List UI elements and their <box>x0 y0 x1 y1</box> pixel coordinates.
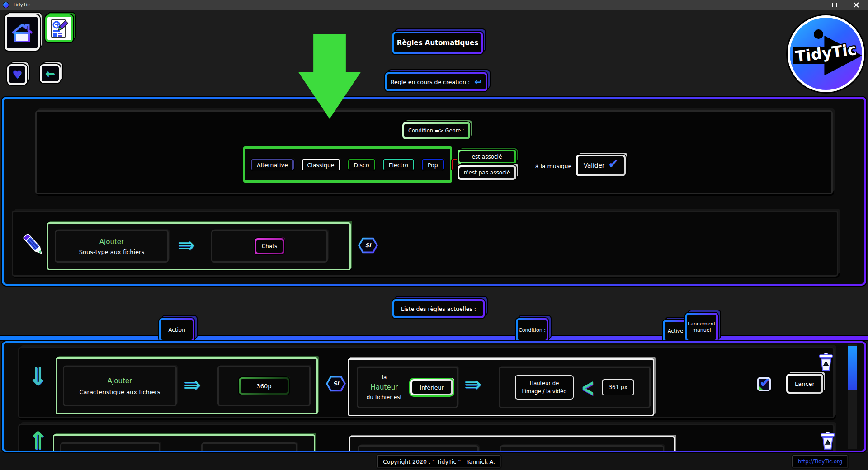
titlebar: TidyTic <box>0 0 868 10</box>
move-up-icon[interactable]: ⇑ <box>28 429 48 451</box>
rule1-launch-button[interactable]: Lancer <box>786 374 823 394</box>
rule1-operator-button[interactable]: Inférieur <box>410 379 453 395</box>
rule1-value-box: 360p <box>217 366 311 406</box>
back-button[interactable]: ← <box>40 64 61 83</box>
check-icon: ✔ <box>608 157 618 171</box>
validate-button[interactable]: Valider ✔ <box>576 155 626 176</box>
window-title: TidyTic <box>13 2 30 8</box>
heart-icon: ♥ <box>12 69 22 80</box>
genre-button-electro[interactable]: Electro <box>383 159 414 170</box>
rule2-condition-box <box>358 445 479 451</box>
rule2-delete-trash-icon[interactable] <box>821 432 835 450</box>
genre-button-pop[interactable]: Pop <box>422 159 444 170</box>
rule2-condition-group <box>349 436 675 451</box>
app-icon <box>3 2 9 8</box>
rule1-delete-trash-icon[interactable] <box>819 353 833 371</box>
site-link[interactable]: http://TidyTic.org <box>798 458 842 465</box>
rule1-threshold-field[interactable]: 361 px <box>602 379 634 395</box>
rules-list-title-box: Liste des règles actuelles : <box>392 299 485 318</box>
creation-value-box: Chats <box>211 230 328 263</box>
rules-list-title: Liste des règles actuelles : <box>394 301 483 316</box>
rule1-si-badge: SI <box>326 376 346 392</box>
rule1-condition-group: la Hauteur du fichier est Inférieur ⇛ Ha… <box>348 358 654 416</box>
home-button[interactable] <box>5 14 40 51</box>
header-action: Action <box>159 318 194 342</box>
creation-action-box[interactable]: Ajouter Sous-type aux fichiers <box>55 230 169 263</box>
creation-value-button[interactable]: Chats <box>255 238 284 254</box>
rules-list-container: ⇓ Ajouter Caractéristique aux fichiers ⇛… <box>2 341 866 452</box>
site-link-box[interactable]: http://TidyTic.org <box>792 455 848 468</box>
rule-row: ⇑ <box>18 424 835 451</box>
logo-eye <box>814 29 823 39</box>
rule1-condition-box: la Hauteur du fichier est Inférieur <box>357 367 458 408</box>
move-down-icon[interactable]: ⇓ <box>28 365 48 389</box>
rule2-action-group <box>53 434 315 451</box>
header-gradient-bar <box>0 335 868 341</box>
rule1-target-field[interactable]: Hauteur de l'image / la vidéo <box>515 375 574 400</box>
rule1-value-button[interactable]: 360p <box>239 377 289 395</box>
header-enabled: Activé <box>663 320 688 342</box>
rule2-value-box <box>201 442 297 451</box>
rule1-action-group: Ajouter Caractéristique aux fichiers ⇛ 3… <box>56 357 318 414</box>
edit-rules-button[interactable] <box>45 14 73 42</box>
condition-genre-title: Condition => Genre : <box>404 124 468 137</box>
rule1-condition-arrow-icon: ⇛ <box>464 374 482 395</box>
header-condition: Condition : <box>516 318 548 342</box>
restore-button[interactable] <box>825 0 844 10</box>
restore-icon <box>832 3 837 7</box>
back-arrow-icon: ← <box>45 68 55 80</box>
validate-label: Valider <box>584 162 604 169</box>
rule1-enabled-checkbox[interactable]: ✔ <box>757 377 771 391</box>
rule-creation-container: Condition => Genre : Alternative Classiq… <box>2 97 866 286</box>
rule1-target-box: Hauteur de l'image / la vidéo < 361 px <box>499 367 651 408</box>
si-badge: SI <box>358 237 378 254</box>
rule-in-progress-label: Règle en cours de création : <box>391 79 470 85</box>
rule2-target-box <box>500 445 664 451</box>
to-music-label: à la musique <box>532 159 575 173</box>
tidytic-window: { "titlebar": { "app_name": "TidyTic" },… <box>0 0 868 470</box>
rules-scrollbar-thumb[interactable] <box>848 346 857 390</box>
creation-row-panel: Ajouter Sous-type aux fichiers ⇛ Chats S… <box>12 211 838 277</box>
close-button[interactable] <box>846 0 866 10</box>
copyright-label: Copyright 2020 : " TidyTic " - Yannick A… <box>377 455 501 468</box>
rules-auto-label: Règles Automatiques <box>394 33 481 52</box>
pencil-icon[interactable] <box>23 231 44 258</box>
rule2-action-box <box>60 442 160 451</box>
rules-auto-button[interactable]: Règles Automatiques <box>392 32 483 54</box>
header-manual-launch: Lancement manuel <box>685 313 718 342</box>
genre-button-alternative[interactable]: Alternative <box>251 159 294 170</box>
tidytic-logo: TidyTic <box>788 15 864 92</box>
minimize-button[interactable] <box>803 0 823 10</box>
rule1-arrow-icon: ⇛ <box>184 374 201 395</box>
favorites-button[interactable]: ♥ <box>7 64 27 85</box>
is-associated-button[interactable]: est associé <box>458 150 516 164</box>
condition-genre-title-box: Condition => Genre : <box>402 122 470 139</box>
genre-button-disco[interactable]: Disco <box>348 159 375 170</box>
checkbox-check-icon: ✔ <box>760 375 770 390</box>
footer: Copyright 2020 : " TidyTic " - Yannick A… <box>0 452 868 470</box>
creation-action-group: Ajouter Sous-type aux fichiers ⇛ Chats <box>47 222 351 270</box>
document-edit-icon <box>50 19 68 38</box>
minimize-icon <box>811 5 816 5</box>
close-icon <box>854 2 859 8</box>
creation-arrow-icon: ⇛ <box>178 235 195 255</box>
less-than-icon: < <box>581 373 594 401</box>
rule-in-progress-label-box: Règle en cours de création : ↩ <box>385 72 487 91</box>
rule-row: ⇓ Ajouter Caractéristique aux fichiers ⇛… <box>18 347 835 418</box>
is-not-associated-button[interactable]: n'est pas associé <box>458 165 516 180</box>
undo-icon[interactable]: ↩ <box>474 76 482 87</box>
genre-group: Alternative Classique Disco Electro Pop … <box>243 146 452 183</box>
creation-action-subtitle: Sous-type aux fichiers <box>79 249 144 255</box>
rule1-action-box: Ajouter Caractéristique aux fichiers <box>63 366 177 406</box>
genre-button-classique[interactable]: Classique <box>302 159 340 170</box>
home-icon <box>10 21 34 44</box>
creation-action-title: Ajouter <box>99 238 124 246</box>
